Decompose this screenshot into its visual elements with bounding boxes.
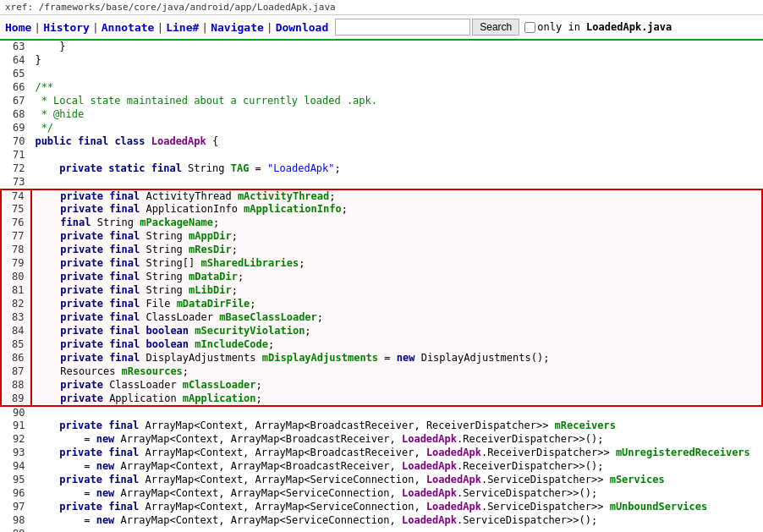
line-code: private final ArrayMap<Context, ArrayMap… [31,474,762,487]
table-row: 98 = new ArrayMap<Context, ArrayMap<Serv… [1,514,762,528]
breadcrumb-text: xref: /frameworks/base/core/java/android… [5,2,336,13]
line-number: 66 [1,81,31,95]
line-number: 78 [1,244,31,257]
line-code: public final class LoadedApk { [31,135,762,149]
nav-annotate[interactable]: Annotate [102,21,155,34]
table-row: 65 [1,68,762,81]
line-number: 98 [1,514,31,528]
table-row: 77 private final String mAppDir; [1,230,762,244]
only-checkbox[interactable] [524,22,535,33]
search-input[interactable] [335,19,470,36]
table-row: 74 private final ActivityThread mActivit… [1,189,762,203]
line-number: 68 [1,108,31,122]
line-code: private final String mDataDir; [31,271,762,284]
table-row: 67 * Local state maintained about a curr… [1,95,762,108]
table-row: 63 } [1,41,762,54]
table-row: 68 * @hide [1,108,762,122]
nav-download[interactable]: Download [276,21,329,34]
nav-sep-2: | [92,21,99,34]
table-row: 97 private final ArrayMap<Context, Array… [1,501,762,514]
line-code: = new ArrayMap<Context, ArrayMap<Service… [31,487,762,501]
line-number: 92 [1,433,31,447]
line-code [31,176,762,189]
only-label: only in LoadedApk.java [537,21,672,33]
table-row: 87 Resources mResources; [1,365,762,379]
nav-sep-1: | [34,21,41,34]
table-row: 69 */ [1,122,762,135]
table-row: 80 private final String mDataDir; [1,271,762,284]
line-code: * Local state maintained about a current… [31,95,762,108]
nav-navigate[interactable]: Navigate [211,21,264,34]
table-row: 91 private final ArrayMap<Context, Array… [1,420,762,433]
nav-sep-5: | [266,21,273,34]
table-row: 82 private final File mDataDirFile; [1,298,762,311]
table-row: 86 private final DisplayAdjustments mDis… [1,352,762,365]
table-row: 66/** [1,81,762,95]
line-code: private final String mResDir; [31,244,762,257]
table-row: 75 private final ApplicationInfo mApplic… [1,203,762,217]
line-code: private Application mApplication; [31,392,762,406]
line-code: * @hide [31,108,762,122]
line-code: /** [31,81,762,95]
line-number: 72 [1,162,31,176]
line-code [31,68,762,81]
search-button[interactable]: Search [472,19,519,36]
line-number: 97 [1,501,31,514]
line-code [31,528,762,532]
line-code: final String mPackageName; [31,217,762,230]
line-code: = new ArrayMap<Context, ArrayMap<Service… [31,514,762,528]
line-code: private final DisplayAdjustments mDispla… [31,352,762,365]
line-number: 82 [1,298,31,311]
line-number: 91 [1,420,31,433]
line-number: 81 [1,284,31,298]
line-number: 96 [1,487,31,501]
table-row: 90 [1,406,762,420]
line-number: 99 [1,528,31,532]
table-row: 70public final class LoadedApk { [1,135,762,149]
table-row: 89 private Application mApplication; [1,392,762,406]
table-row: 71 [1,149,762,162]
nav-home[interactable]: Home [5,21,31,34]
line-code: private final String mLibDir; [31,284,762,298]
code-table: 63 }64}6566/**67 * Local state maintaine… [0,41,763,532]
nav-sep-3: | [156,21,163,34]
line-code: private final String mAppDir; [31,230,762,244]
table-row: 96 = new ArrayMap<Context, ArrayMap<Serv… [1,487,762,501]
line-code: Resources mResources; [31,365,762,379]
table-row: 93 private final ArrayMap<Context, Array… [1,447,762,460]
table-row: 99 [1,528,762,532]
line-number: 65 [1,68,31,81]
line-number: 95 [1,474,31,487]
table-row: 94 = new ArrayMap<Context, ArrayMap<Broa… [1,460,762,474]
line-code: } [31,54,762,68]
line-number: 84 [1,325,31,338]
table-row: 83 private final ClassLoader mBaseClassL… [1,311,762,325]
line-code: private final File mDataDirFile; [31,298,762,311]
table-row: 92 = new ArrayMap<Context, ArrayMap<Broa… [1,433,762,447]
line-number: 69 [1,122,31,135]
line-number: 87 [1,365,31,379]
nav-line[interactable]: Line# [166,21,199,34]
line-number: 67 [1,95,31,108]
line-number: 83 [1,311,31,325]
line-number: 75 [1,203,31,217]
nav-bar: Home | History | Annotate | Line# | Navi… [0,15,763,41]
line-code: private final ArrayMap<Context, ArrayMap… [31,501,762,514]
line-number: 70 [1,135,31,149]
line-code: private final ClassLoader mBaseClassLoad… [31,311,762,325]
line-number: 73 [1,176,31,189]
code-area: 63 }64}6566/**67 * Local state maintaine… [0,41,763,532]
line-code: } [31,41,762,54]
table-row: 79 private final String[] mSharedLibrari… [1,257,762,271]
nav-history[interactable]: History [43,21,90,34]
line-number: 79 [1,257,31,271]
table-row: 73 [1,176,762,189]
table-row: 81 private final String mLibDir; [1,284,762,298]
line-code [31,149,762,162]
line-number: 90 [1,406,31,420]
line-code: private final ApplicationInfo mApplicati… [31,203,762,217]
line-number: 80 [1,271,31,284]
table-row: 64} [1,54,762,68]
table-row: 84 private final boolean mSecurityViolat… [1,325,762,338]
line-number: 71 [1,149,31,162]
